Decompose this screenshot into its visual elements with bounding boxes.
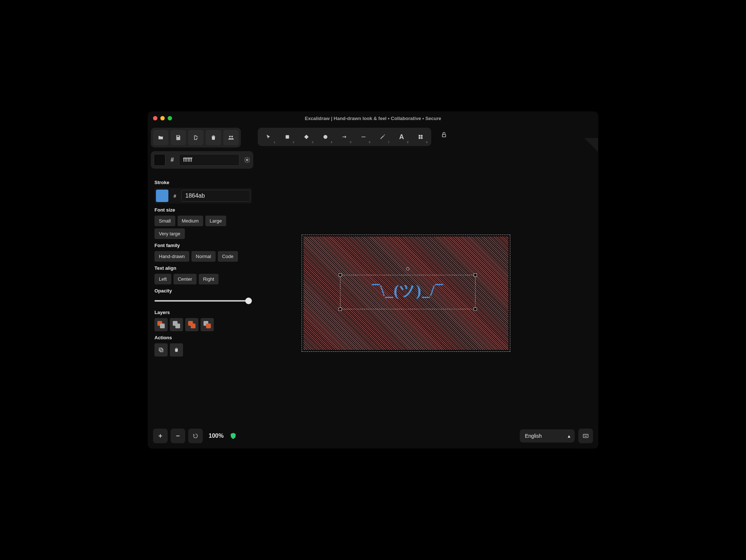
zoom-level: 100%	[206, 433, 227, 439]
tool-text[interactable]: A8	[392, 129, 411, 145]
align-left[interactable]: Left	[154, 274, 171, 284]
svg-rect-11	[159, 348, 162, 351]
svg-point-1	[231, 136, 233, 138]
rotate-handle[interactable]	[406, 267, 410, 270]
duplicate-button[interactable]	[154, 343, 168, 356]
zoom-out-button[interactable]	[171, 429, 185, 443]
lock-toggle[interactable]	[441, 131, 447, 138]
content-area: 1 2 3 4 5 6 7 A8 9 # Stroke #	[148, 125, 598, 448]
stroke-label: Stroke	[154, 180, 252, 185]
svg-rect-17	[585, 436, 587, 437]
language-dropdown[interactable]: English ▴	[520, 429, 575, 443]
send-to-back[interactable]	[154, 318, 168, 331]
svg-point-3	[324, 135, 328, 139]
maximize-window-icon[interactable]	[168, 116, 172, 120]
opacity-label: Opacity	[154, 288, 252, 294]
svg-point-9	[246, 159, 248, 161]
settings-icon[interactable]	[244, 157, 250, 163]
bring-to-front[interactable]	[201, 318, 214, 331]
tool-pencil[interactable]: 7	[373, 129, 392, 145]
corner-flag-icon[interactable]	[584, 138, 598, 152]
fontsize-large[interactable]: Large	[205, 216, 226, 226]
fontsize-label: Font size	[154, 207, 252, 213]
close-window-icon[interactable]	[153, 116, 157, 120]
tool-line[interactable]: 6	[354, 129, 373, 145]
reset-zoom-button[interactable]	[188, 429, 203, 443]
tool-library[interactable]: 9	[411, 129, 430, 145]
resize-handle-nw[interactable]	[339, 273, 342, 277]
opacity-slider[interactable]	[154, 300, 252, 302]
svg-rect-10	[160, 349, 163, 352]
svg-rect-4	[419, 135, 421, 137]
resize-handle-sw[interactable]	[339, 307, 342, 311]
window-title: Excalidraw | Hand-drawn look & feel • Co…	[148, 116, 598, 121]
fontfamily-handdrawn[interactable]: Hand-drawn	[154, 251, 189, 262]
svg-rect-13	[584, 435, 584, 435]
bring-forward[interactable]	[185, 318, 198, 331]
svg-rect-2	[286, 135, 289, 138]
app-window: Excalidraw | Hand-drawn look & feel • Co…	[148, 112, 598, 448]
chevron-up-icon: ▴	[568, 433, 570, 439]
svg-rect-16	[587, 435, 587, 435]
export-button[interactable]	[188, 130, 204, 145]
shape-toolbar: 1 2 3 4 5 6 7 A8 9	[258, 128, 431, 146]
language-label: English	[525, 433, 542, 439]
resize-handle-se[interactable]	[474, 307, 477, 311]
fontfamily-label: Font family	[154, 243, 252, 248]
encrypted-icon[interactable]	[230, 432, 237, 440]
fontsize-verylarge[interactable]: Very large	[154, 228, 185, 239]
background-swatch[interactable]	[154, 154, 165, 166]
send-backward[interactable]	[170, 318, 183, 331]
properties-panel: Stroke # Font size Small Medium Large Ve…	[151, 172, 253, 397]
window-controls	[153, 116, 172, 120]
action-toolbar	[151, 128, 241, 148]
stroke-hex-input[interactable]	[181, 190, 250, 202]
svg-rect-6	[419, 137, 421, 139]
titlebar: Excalidraw | Hand-drawn look & feel • Co…	[148, 112, 598, 125]
svg-rect-5	[421, 135, 423, 137]
fontfamily-code[interactable]: Code	[218, 251, 238, 262]
actions-label: Actions	[154, 335, 252, 340]
layers-label: Layers	[154, 310, 252, 315]
collaborate-button[interactable]	[223, 130, 239, 145]
svg-rect-14	[585, 435, 585, 435]
stroke-swatch[interactable]	[156, 190, 168, 202]
zoom-in-button[interactable]	[153, 429, 168, 443]
tool-ellipse[interactable]: 4	[316, 129, 335, 145]
svg-rect-8	[443, 134, 446, 137]
svg-rect-12	[583, 434, 588, 437]
resize-handle-ne[interactable]	[474, 273, 477, 277]
open-button[interactable]	[153, 130, 168, 145]
delete-button[interactable]	[170, 343, 183, 356]
tool-diamond[interactable]: 3	[297, 129, 316, 145]
fontsize-medium[interactable]: Medium	[178, 216, 203, 226]
clear-button[interactable]	[206, 130, 221, 145]
align-center[interactable]: Center	[174, 274, 197, 284]
background-hex-input[interactable]	[179, 154, 239, 166]
textalign-label: Text align	[154, 265, 252, 271]
svg-point-0	[229, 136, 231, 138]
canvas[interactable]: ¯\_(ツ)_/¯	[258, 150, 594, 423]
zoom-toolbar: 100%	[153, 429, 237, 443]
bottom-right-toolbar: English ▴	[520, 429, 593, 443]
save-button[interactable]	[171, 130, 186, 145]
fontsize-small[interactable]: Small	[154, 216, 175, 226]
svg-rect-7	[421, 137, 423, 139]
align-right[interactable]: Right	[199, 274, 219, 284]
canvas-background-bar: #	[151, 151, 253, 169]
fontfamily-normal[interactable]: Normal	[191, 251, 216, 262]
minimize-window-icon[interactable]	[160, 116, 165, 120]
tool-select[interactable]: 1	[259, 129, 277, 145]
canvas-text-shrug[interactable]: ¯\_(ツ)_/¯	[344, 280, 472, 301]
shortcuts-button[interactable]	[578, 429, 593, 443]
tool-rectangle[interactable]: 2	[278, 129, 296, 145]
tool-arrow[interactable]: 5	[335, 129, 354, 145]
svg-rect-15	[586, 435, 586, 435]
hash-prefix: #	[168, 157, 176, 163]
